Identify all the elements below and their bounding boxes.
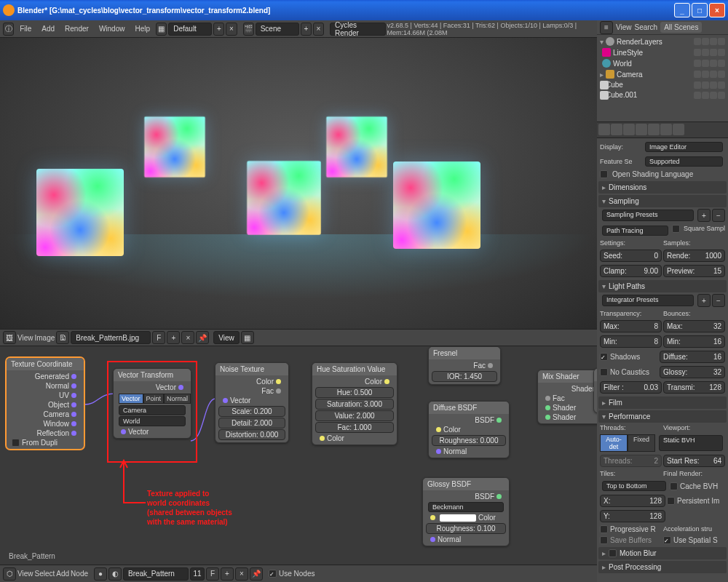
outliner-row[interactable]: ▾RenderLayers	[598, 36, 727, 47]
tile-x-field[interactable]: X:128	[600, 495, 665, 507]
glossy-distribution[interactable]: Beckmann	[428, 502, 504, 512]
socket-fac-in[interactable]	[545, 396, 550, 401]
hsv-hue[interactable]: Hue: 0.500	[315, 387, 394, 398]
material-icon[interactable]: ◐	[108, 567, 122, 581]
image-name-field[interactable]: Break_PatternB.jpg	[71, 331, 151, 344]
socket-object[interactable]	[71, 402, 76, 407]
outliner-filter[interactable]: All Scenes	[660, 22, 702, 33]
glossy-roughness[interactable]: Roughness: 0.100	[426, 523, 506, 534]
no-caustics-check[interactable]	[600, 368, 608, 376]
pin-icon[interactable]: 📌	[196, 331, 209, 344]
img-browse-icon[interactable]: 🖻	[56, 331, 69, 344]
color-swatch[interactable]	[440, 514, 476, 522]
maximize-button[interactable]: □	[692, 3, 708, 17]
outliner-icon[interactable]: ≡	[600, 21, 613, 34]
socket-generated[interactable]	[71, 374, 76, 379]
preset-add-icon[interactable]: +	[697, 209, 711, 222]
img-menu-view[interactable]: View	[17, 334, 33, 342]
outliner-search[interactable]: Search	[635, 23, 658, 31]
panel-post-processing[interactable]: ▸Post Processing	[598, 561, 727, 573]
node-editor[interactable]: Texture Coordinate Generated Normal UV O…	[0, 346, 597, 565]
img-menu-image[interactable]: Image	[35, 334, 55, 342]
start-res-field[interactable]: Start Res:64	[663, 455, 725, 467]
noise-detail[interactable]: Detail: 2.000	[218, 418, 285, 428]
node-menu-node[interactable]: Node	[71, 570, 88, 578]
socket-fac-out[interactable]	[488, 363, 493, 368]
display-select[interactable]: Image Editor	[645, 142, 723, 152]
img-f-button[interactable]: F	[152, 331, 165, 344]
diffuse-roughness[interactable]: Roughness: 0.000	[432, 435, 506, 446]
socket-bsdf-out[interactable]	[496, 494, 502, 499]
img-del-icon[interactable]: ×	[181, 331, 194, 344]
render-samples-field[interactable]: Rende:1000	[663, 250, 725, 262]
sampling-method[interactable]: Path Tracing	[602, 226, 668, 236]
node-material-output[interactable]: Material Output Surface Volume Displacem…	[593, 368, 597, 413]
shader-tree-icon[interactable]: ●	[94, 567, 107, 581]
filter-glossy-field[interactable]: Filter :0.03	[600, 381, 662, 394]
trans-max-field[interactable]: Max:8	[600, 320, 662, 332]
socket-shader2-in[interactable]	[545, 415, 550, 420]
socket-fac-out[interactable]	[276, 388, 281, 394]
preset-add-icon[interactable]: +	[697, 294, 711, 307]
scene-add-icon[interactable]: +	[301, 23, 312, 36]
shadows-check[interactable]	[600, 353, 608, 361]
layout-del-icon[interactable]: ×	[226, 23, 237, 36]
save-buffers-check[interactable]	[600, 536, 608, 544]
socket-vector-in[interactable]	[223, 398, 228, 403]
from-dupli-check[interactable]	[12, 439, 20, 447]
seed-field[interactable]: Seed:0	[600, 250, 662, 262]
layout-add-icon[interactable]: +	[213, 23, 224, 36]
panel-dimensions[interactable]: ▸Dimensions	[598, 181, 727, 194]
fresnel-ior[interactable]: IOR: 1.450	[432, 371, 497, 382]
prop-tab-scene[interactable]	[623, 124, 635, 135]
node-glossy-bsdf[interactable]: Glossy BSDF BSDF Beckmann Color Roughnes…	[422, 477, 510, 546]
menu-help[interactable]: Help	[130, 23, 154, 34]
material-add-icon[interactable]: +	[221, 567, 234, 581]
render-engine-select[interactable]: Cycles Render	[330, 23, 385, 36]
node-fresnel[interactable]: Fresnel Fac IOR: 1.450	[428, 346, 501, 385]
preview-samples-field[interactable]: Preview:15	[663, 265, 725, 277]
outliner-row[interactable]: World	[598, 58, 727, 68]
img-view-dropdown[interactable]: View	[213, 331, 240, 344]
transmission-bounces-field[interactable]: Transmi:128	[663, 381, 725, 394]
hsv-saturation[interactable]: Saturation: 3.000	[315, 399, 394, 410]
socket-camera[interactable]	[71, 412, 76, 417]
tile-y-field[interactable]: Y:128	[600, 510, 665, 522]
panel-light-paths[interactable]: ▾Light Paths	[598, 280, 727, 292]
socket-color-in[interactable]	[436, 427, 441, 432]
node-menu-select[interactable]: Select	[35, 570, 55, 578]
preset-del-icon[interactable]: −	[712, 209, 725, 222]
node-menu-view[interactable]: View	[17, 570, 33, 578]
noise-distortion[interactable]: Distortion: 0.000	[218, 429, 285, 440]
close-button[interactable]: ×	[709, 3, 725, 17]
scene-del-icon[interactable]: ×	[313, 23, 324, 36]
panel-sampling[interactable]: ▾Sampling	[598, 195, 727, 207]
img-channels-icon[interactable]: ▦	[241, 331, 254, 344]
socket-color-in[interactable]	[320, 436, 325, 441]
socket-shader1-in[interactable]	[545, 405, 550, 410]
socket-bsdf-out[interactable]	[496, 418, 502, 423]
socket-color-out[interactable]	[384, 379, 389, 384]
diffuse-bounces-field[interactable]: Diffuse:16	[660, 351, 725, 363]
tile-order-select[interactable]: Top to Bottom	[602, 481, 666, 491]
menu-file[interactable]: File	[15, 23, 36, 34]
properties-panel[interactable]: Display:Image Editor Feature SeSupported…	[597, 138, 728, 582]
screen-layout-select[interactable]: Default	[168, 23, 212, 36]
material-f-button[interactable]: F	[206, 567, 219, 581]
socket-uv[interactable]	[71, 393, 76, 398]
prop-tab-render[interactable]	[598, 124, 610, 135]
pin-material-icon[interactable]: 📌	[250, 567, 263, 581]
node-menu-add[interactable]: Add	[56, 570, 69, 578]
hsv-value[interactable]: Value: 2.000	[315, 410, 394, 421]
clamp-field[interactable]: Clamp:9.00	[600, 265, 662, 277]
prop-tab-object[interactable]	[648, 124, 660, 135]
panel-film[interactable]: ▸Film	[598, 396, 727, 409]
threads-mode-toggle[interactable]: Auto-detFixed	[600, 434, 655, 452]
menu-window[interactable]: Window	[95, 23, 130, 34]
socket-normal-in[interactable]	[436, 449, 441, 454]
outliner-row[interactable]: ▸Cube.001	[598, 90, 727, 100]
bounce-max-field[interactable]: Max:32	[663, 320, 725, 332]
socket-reflection[interactable]	[71, 431, 76, 436]
layout-icon[interactable]: ▦	[156, 23, 167, 36]
socket-color-out[interactable]	[276, 379, 281, 384]
